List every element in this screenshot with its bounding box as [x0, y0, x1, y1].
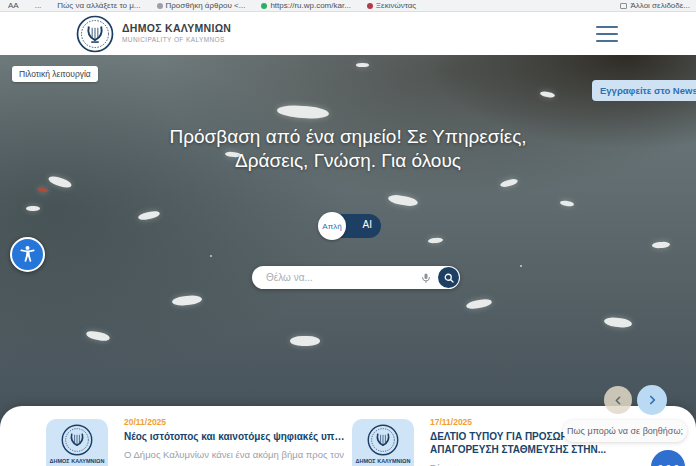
accessibility-icon [17, 244, 38, 265]
hero-heading-line2: Δράσεις, Γνώση. Για όλους [0, 149, 696, 173]
bookmark-item[interactable]: Πώς να αλλάξετε το μ... [57, 0, 140, 11]
toggle-ai-option[interactable]: AI [363, 219, 372, 230]
boat-shape [172, 294, 203, 306]
hero-photo: Πιλοτική λειτουργία Εγγραφείτε στο Newsl… [0, 55, 696, 466]
globe-icon [157, 3, 163, 9]
boat-shape [138, 210, 161, 221]
hero-heading: Πρόσβαση από ένα σημείο! Σε Υπηρεσίες, Δ… [0, 125, 696, 173]
pilot-mode-badge: Πιλοτική λειτουργία [12, 66, 98, 82]
boat-shape [604, 317, 633, 329]
search-bar [252, 266, 460, 289]
bookmark-label: ΑΑ [8, 0, 19, 11]
red-dot-icon [367, 3, 373, 9]
bookmarks-bar: ΑΑ ... Πώς να αλλάξετε το μ... Προσθήκη … [0, 0, 696, 12]
boat-shape [560, 200, 575, 207]
site-title: ΔΗΜΟΣ ΚΑΛΥΜΝΙΩΝ [122, 22, 231, 34]
bookmark-label: Ξεκινώντας [376, 0, 416, 11]
newsletter-button[interactable]: Εγγραφείτε στο Newsletter [592, 80, 696, 101]
bookmark-label: ... [35, 0, 42, 11]
news-thumbnail: ΔΗΜΟΣ ΚΑΛΥΜΝΙΩΝ [352, 419, 414, 466]
bookmark-item[interactable]: ΑΑ [8, 0, 19, 11]
site-subtitle: MUNICIPALITY OF KALYMNOS [122, 36, 231, 43]
bookmark-label: https://ru.wp.com/kar... [270, 0, 350, 11]
other-bookmarks-button[interactable]: Άλλοι σελιδοδε... [620, 0, 690, 11]
news-thumbnail: ΔΗΜΟΣ ΚΑΛΥΜΝΙΩΝ [46, 419, 108, 466]
boat-shape [290, 336, 320, 346]
buoy-dot [520, 265, 522, 267]
site-header: ΔΗΜΟΣ ΚΑΛΥΜΝΙΩΝ MUNICIPALITY OF KALYMNOS [0, 13, 696, 55]
chevron-right-icon [645, 393, 659, 407]
site-title-block: ΔΗΜΟΣ ΚΑΛΥΜΝΙΩΝ MUNICIPALITY OF KALYMNOS [122, 22, 231, 43]
green-dot-icon [261, 3, 267, 9]
news-excerpt: Ο Δήμος Καλυμνίων κάνει ένα ακόμη βήμα π… [124, 449, 346, 460]
bookmark-label: Προσθήκη άρθρου <... [166, 0, 246, 11]
chat-tooltip: Πως μπορώ να σε βοηθήσω; [563, 420, 687, 442]
news-date: 20/11/2025 [124, 417, 346, 427]
thumb-caption: ΔΗΜΟΣ ΚΑΛΥΜΝΙΩΝ [50, 458, 105, 464]
boat-shape [466, 298, 493, 310]
boat-shape [652, 241, 670, 248]
search-mode-toggle[interactable]: Απλή AI [321, 214, 381, 238]
boat-shape [38, 187, 49, 193]
chevron-left-icon [612, 394, 625, 407]
boat-shape [500, 178, 519, 188]
carousel-next-button[interactable] [637, 385, 667, 415]
search-icon [443, 272, 455, 284]
lyre-emblem-icon [76, 15, 114, 53]
lyre-emblem-icon [367, 424, 399, 456]
boat-shape [277, 104, 330, 120]
hamburger-menu-icon[interactable] [596, 26, 618, 42]
page: ΑΑ ... Πώς να αλλάξετε το μ... Προσθήκη … [0, 0, 696, 466]
bookmark-item[interactable]: Ξεκινώντας [367, 0, 416, 11]
boat-shape [85, 330, 110, 343]
folder-icon [620, 3, 627, 9]
boat-shape [428, 237, 443, 243]
microphone-icon[interactable] [418, 270, 434, 286]
boat-shape [26, 206, 40, 211]
other-bookmarks-label: Άλλοι σελιδοδε... [630, 0, 690, 11]
search-submit-button[interactable] [438, 267, 459, 288]
carousel-prev-button[interactable] [604, 386, 632, 414]
boat-shape [540, 91, 556, 99]
news-title[interactable]: Νέος ιστότοπος και καινοτόμες ψηφιακές υ… [124, 430, 346, 443]
bookmark-item[interactable]: ... [35, 0, 42, 11]
hero-heading-line1: Πρόσβαση από ένα σημείο! Σε Υπηρεσίες, [0, 125, 696, 149]
search-input[interactable] [252, 272, 418, 283]
boat-shape [387, 193, 418, 207]
boat-shape [356, 63, 369, 67]
bookmark-item[interactable]: Προσθήκη άρθρου <... [157, 0, 246, 11]
news-card-body: 20/11/2025 Νέος ιστότοπος και καινοτόμες… [124, 417, 346, 460]
accessibility-button[interactable] [10, 237, 45, 272]
news-excerpt: Σύμφωνα με... [430, 462, 652, 466]
news-card[interactable]: ΔΗΜΟΣ ΚΑΛΥΜΝΙΩΝ 20/11/2025 Νέος ιστότοπο… [46, 417, 346, 460]
bookmark-item[interactable]: https://ru.wp.com/kar... [261, 0, 350, 11]
bookmark-label: Πώς να αλλάξετε το μ... [57, 0, 140, 11]
municipality-logo[interactable] [76, 15, 114, 53]
boat-shape [47, 174, 72, 189]
buoy-dot [210, 255, 212, 257]
toggle-simple-option[interactable]: Απλή [318, 212, 346, 240]
lyre-emblem-icon [61, 424, 93, 456]
thumb-caption: ΔΗΜΟΣ ΚΑΛΥΜΝΙΩΝ [356, 458, 411, 464]
